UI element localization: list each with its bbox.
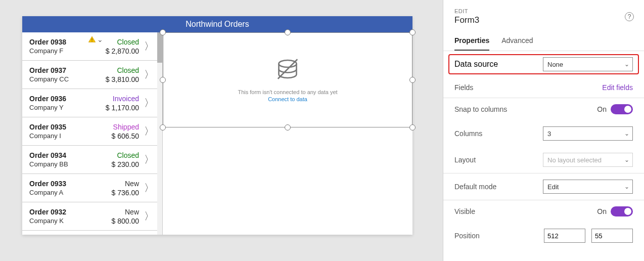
layout-label: Layout xyxy=(454,156,476,164)
chevron-right-icon: 〉 xyxy=(142,153,156,166)
order-number: Order 0935 xyxy=(29,123,97,131)
app-title-bar: Northwind Orders xyxy=(22,16,412,32)
order-number: Order 0936 xyxy=(29,95,97,103)
order-status: Invoiced xyxy=(97,95,139,103)
columns-label: Columns xyxy=(454,129,482,138)
data-source-select[interactable]: None ⌄ xyxy=(543,57,633,71)
order-company: Company A xyxy=(29,189,97,196)
resize-handle[interactable] xyxy=(285,124,291,130)
chevron-right-icon: 〉 xyxy=(142,209,156,223)
edit-fields-link[interactable]: Edit fields xyxy=(602,83,633,92)
chevron-down-icon: ⌄ xyxy=(624,61,629,68)
layout-value: No layout selected xyxy=(547,156,602,164)
order-amount: $ 800.00 xyxy=(97,217,139,225)
resize-handle[interactable] xyxy=(409,124,416,130)
snap-toggle[interactable] xyxy=(611,104,633,114)
order-number: Order 0938 xyxy=(29,38,97,46)
order-row[interactable]: Order 0937 Company CC Closed $ 3,810.00 … xyxy=(22,61,162,89)
chevron-right-icon: 〉 xyxy=(142,124,156,138)
order-row[interactable]: Order 0935 Company I Shipped $ 606.50 〉 xyxy=(22,117,162,146)
order-amount: $ 606.50 xyxy=(97,132,139,140)
tab-advanced[interactable]: Advanced xyxy=(501,36,533,51)
database-icon xyxy=(273,57,302,85)
order-list[interactable]: Order 0938 Company F ⌄ Closed $ 2,870.00… xyxy=(22,32,163,235)
control-name: Form3 xyxy=(454,15,633,25)
chevron-right-icon: 〉 xyxy=(142,68,156,81)
order-status: Closed xyxy=(97,151,139,159)
order-company: Company K xyxy=(29,217,97,225)
data-source-value: None xyxy=(547,61,563,68)
chevron-down-icon: ⌄ xyxy=(97,35,103,44)
order-number: Order 0933 xyxy=(29,180,97,188)
order-company: Company F xyxy=(29,47,97,55)
svg-line-3 xyxy=(278,59,298,79)
order-company: Company BB xyxy=(29,160,97,168)
default-mode-value: Edit xyxy=(547,183,559,191)
visible-state: On xyxy=(597,207,607,215)
order-company: Company CC xyxy=(29,75,97,83)
order-amount: $ 1,170.00 xyxy=(97,104,139,112)
order-amount: $ 230.00 xyxy=(97,160,139,168)
default-mode-label: Default mode xyxy=(454,183,496,191)
order-company: Company I xyxy=(29,132,97,140)
chevron-down-icon: ⌄ xyxy=(624,130,629,137)
edit-label: EDIT xyxy=(454,8,633,14)
snap-state: On xyxy=(597,105,607,113)
order-number: Order 0932 xyxy=(29,208,97,216)
tab-properties[interactable]: Properties xyxy=(454,36,489,51)
chevron-down-icon: ⌄ xyxy=(624,183,629,190)
visible-label: Visible xyxy=(454,207,475,215)
empty-form-text: This form isn't connected to any data ye… xyxy=(238,89,337,95)
order-number: Order 0937 xyxy=(29,66,97,74)
scrollbar-thumb[interactable] xyxy=(157,32,162,63)
fields-label: Fields xyxy=(454,83,473,92)
layout-select[interactable]: No layout selected ⌄ xyxy=(543,153,633,167)
order-amount: $ 3,810.00 xyxy=(97,75,139,83)
order-row[interactable]: Order 0936 Company Y Invoiced $ 1,170.00… xyxy=(22,89,162,117)
connect-to-data-link[interactable]: Connect to data xyxy=(238,96,337,102)
order-status: Closed xyxy=(97,66,139,74)
visible-toggle[interactable] xyxy=(611,206,633,216)
chevron-down-icon: ⌄ xyxy=(624,156,629,163)
position-x-input[interactable] xyxy=(544,229,585,243)
columns-select[interactable]: 3 ⌄ xyxy=(543,126,633,141)
chevron-right-icon: 〉 xyxy=(142,96,156,110)
order-status: New xyxy=(97,180,139,188)
order-status: Shipped xyxy=(97,123,139,131)
position-label: Position xyxy=(454,232,480,240)
warning-icon xyxy=(88,35,96,44)
order-row[interactable]: Order 0932 Company K New $ 800.00 〉 xyxy=(22,202,162,231)
data-source-label: Data source xyxy=(454,60,498,69)
order-row[interactable]: Order 0933 Company A New $ 736.00 〉 xyxy=(22,174,162,202)
app-canvas: Northwind Orders Order 0938 Company F ⌄ … xyxy=(22,16,412,235)
chevron-right-icon: 〉 xyxy=(142,181,156,195)
scrollbar-track[interactable] xyxy=(157,32,162,235)
svg-rect-0 xyxy=(91,38,92,40)
order-company: Company Y xyxy=(29,104,97,111)
snap-label: Snap to columns xyxy=(454,105,507,113)
app-title: Northwind Orders xyxy=(186,20,249,28)
order-row[interactable]: Order 0938 Company F ⌄ Closed $ 2,870.00… xyxy=(22,32,162,61)
order-status: New xyxy=(97,208,139,216)
chevron-right-icon: 〉 xyxy=(142,39,156,53)
order-amount: $ 2,870.00 xyxy=(97,47,139,55)
form-pane[interactable]: This form isn't connected to any data ye… xyxy=(163,32,412,235)
data-source-row: Data source None ⌄ xyxy=(448,54,639,74)
default-mode-select[interactable]: Edit ⌄ xyxy=(543,180,633,194)
help-icon[interactable]: ? xyxy=(625,12,634,21)
order-amount: $ 736.00 xyxy=(97,189,139,197)
properties-panel: EDIT Form3 ? Properties Advanced Data so… xyxy=(443,0,644,261)
columns-value: 3 xyxy=(547,130,551,138)
position-y-input[interactable] xyxy=(591,229,633,243)
order-number: Order 0934 xyxy=(29,151,97,159)
resize-handle[interactable] xyxy=(409,77,416,83)
order-row[interactable]: Order 0934 Company BB Closed $ 230.00 〉 xyxy=(22,146,162,174)
svg-rect-1 xyxy=(91,41,92,41)
